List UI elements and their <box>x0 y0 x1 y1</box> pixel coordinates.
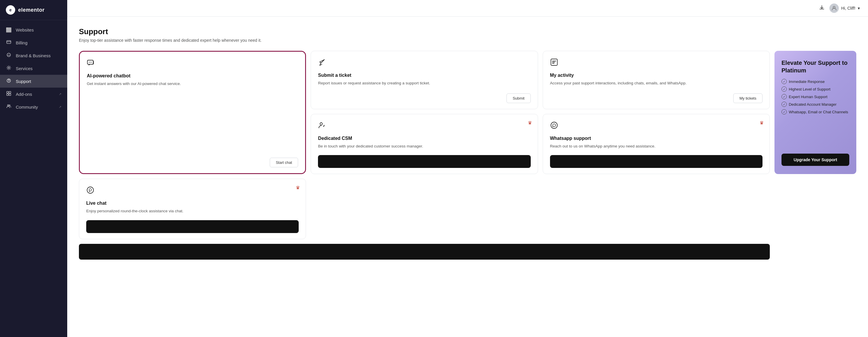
livechat-title: Live chat <box>86 201 299 206</box>
promo-feature-5: Whatsapp, Email or Chat Channels <box>781 109 849 114</box>
addons-icon <box>6 91 12 97</box>
activity-desc: Access your past support interactions, i… <box>550 80 763 88</box>
whatsapp-desc: Reach out to us on WhatsApp anytime you … <box>550 143 763 149</box>
logo-text: elementor <box>18 7 45 13</box>
csm-title: Dedicated CSM <box>318 136 530 141</box>
download-icon[interactable] <box>819 5 825 12</box>
csm-desc: Be in touch with your dedicated customer… <box>318 143 530 149</box>
brand-icon <box>6 53 12 58</box>
logo-area[interactable]: e elementor <box>0 0 67 20</box>
chatbot-icon <box>87 59 298 69</box>
svg-point-10 <box>9 105 10 106</box>
svg-point-19 <box>87 187 94 193</box>
sidebar-item-support[interactable]: Support <box>0 75 67 88</box>
ticket-title: Submit a ticket <box>318 73 530 78</box>
card-live-chat: ♛ Live chat Enjoy personalized round-the… <box>79 179 306 239</box>
support-icon <box>6 78 12 84</box>
svg-point-9 <box>8 105 9 106</box>
top-bar: Hi, Cliff! ▾ <box>67 0 868 16</box>
sidebar-nav: ⬜ Websites Billing Brand & Business <box>0 20 67 337</box>
svg-point-17 <box>320 123 322 125</box>
whatsapp-crown-icon: ♛ <box>760 120 764 126</box>
activity-icon <box>550 58 763 68</box>
sidebar-item-brand[interactable]: Brand & Business <box>0 49 67 62</box>
sidebar-item-community-label: Community <box>16 105 38 109</box>
card-dedicated-csm: ♛ Dedicated CSM Be in touch with your de… <box>311 114 538 174</box>
promo-features: Immediate Response Highest Level of Supp… <box>781 79 849 114</box>
user-chevron-icon: ▾ <box>858 6 860 10</box>
chatbot-title: AI-powered chatbot <box>87 73 298 78</box>
card-ai-chatbot: AI-powered chatbot Get instant answers w… <box>79 51 306 174</box>
promo-card: Elevate Your Support to Platinum Immedia… <box>774 51 856 174</box>
submit-button[interactable]: Submit <box>506 94 530 103</box>
svg-rect-6 <box>9 92 11 93</box>
sidebar-item-billing[interactable]: Billing <box>0 36 67 49</box>
card-whatsapp: ♛ Whatsapp support Reach out to us on Wh… <box>543 114 770 174</box>
upgrade-support-button[interactable]: Upgrade Your Support <box>781 154 849 166</box>
svg-point-18 <box>551 122 557 129</box>
livechat-icon <box>86 186 299 196</box>
promo-feature-1: Immediate Response <box>781 79 849 84</box>
main-content: Support Enjoy top-tier assistance with f… <box>67 16 868 337</box>
billing-icon <box>6 40 12 45</box>
sidebar-item-brand-label: Brand & Business <box>16 53 51 58</box>
sidebar-item-websites[interactable]: ⬜ Websites <box>0 24 67 36</box>
page-title: Support <box>79 27 856 36</box>
my-tickets-button[interactable]: My tickets <box>733 94 763 103</box>
main-container: Hi, Cliff! ▾ Support Enjoy top-tier assi… <box>67 0 868 337</box>
sidebar-item-websites-label: Websites <box>16 28 34 32</box>
bottom-bar <box>79 244 770 260</box>
sidebar-item-billing-label: Billing <box>16 40 28 45</box>
promo-feature-4: Dedicated Account Manager <box>781 102 849 107</box>
services-icon <box>6 65 12 71</box>
card-my-activity: My activity Access your past support int… <box>543 51 770 109</box>
sidebar: e elementor ⬜ Websites Billing <box>0 0 67 337</box>
page-subtitle: Enjoy top-tier assistance with faster re… <box>79 38 856 43</box>
promo-feature-3: Expert Human Support <box>781 94 849 99</box>
csm-crown-icon: ♛ <box>528 120 532 126</box>
start-chat-button[interactable]: Start chat <box>270 158 299 167</box>
whatsapp-action-bar <box>550 155 763 168</box>
svg-point-4 <box>8 81 9 82</box>
chatbot-action: Start chat <box>87 158 298 167</box>
svg-rect-5 <box>7 92 8 93</box>
svg-point-2 <box>8 67 10 69</box>
activity-title: My activity <box>550 73 763 78</box>
svg-point-13 <box>89 62 89 63</box>
livechat-desc: Enjoy personalized round-the-clock assis… <box>86 208 299 214</box>
community-external-icon: ↗ <box>59 105 61 109</box>
whatsapp-title: Whatsapp support <box>550 136 763 141</box>
community-icon <box>6 104 12 110</box>
sidebar-item-services[interactable]: Services <box>0 62 67 75</box>
whatsapp-icon <box>550 121 763 131</box>
logo-icon: e <box>6 5 15 14</box>
livechat-action-bar <box>86 220 299 233</box>
sidebar-item-addons-label: Add-ons <box>16 92 32 97</box>
websites-icon: ⬜ <box>6 27 12 33</box>
user-menu[interactable]: Hi, Cliff! ▾ <box>830 3 860 13</box>
svg-point-14 <box>90 62 91 63</box>
sidebar-item-services-label: Services <box>16 66 33 71</box>
sidebar-item-community[interactable]: Community ↗ <box>0 100 67 113</box>
card-submit-ticket: Submit a ticket Report issues or request… <box>311 51 538 109</box>
sidebar-item-support-label: Support <box>16 79 31 84</box>
ticket-icon <box>318 58 530 68</box>
promo-feature-2: Highest Level of Support <box>781 87 849 92</box>
activity-action: My tickets <box>550 94 763 103</box>
svg-rect-7 <box>7 94 8 96</box>
addons-external-icon: ↗ <box>59 92 61 96</box>
csm-action-bar <box>318 155 530 168</box>
svg-point-15 <box>91 62 92 63</box>
ticket-desc: Report issues or request assistance by c… <box>318 80 530 88</box>
chatbot-desc: Get instant answers with our AI-powered … <box>87 81 298 152</box>
svg-rect-8 <box>9 94 11 96</box>
ticket-action: Submit <box>318 94 530 103</box>
user-greeting: Hi, Cliff! <box>841 6 856 10</box>
csm-icon <box>318 121 530 131</box>
promo-title: Elevate Your Support to Platinum <box>781 59 849 74</box>
avatar <box>830 3 839 13</box>
sidebar-item-addons[interactable]: Add-ons ↗ <box>0 88 67 100</box>
svg-rect-0 <box>7 41 11 43</box>
livechat-crown-icon: ♛ <box>296 185 300 191</box>
